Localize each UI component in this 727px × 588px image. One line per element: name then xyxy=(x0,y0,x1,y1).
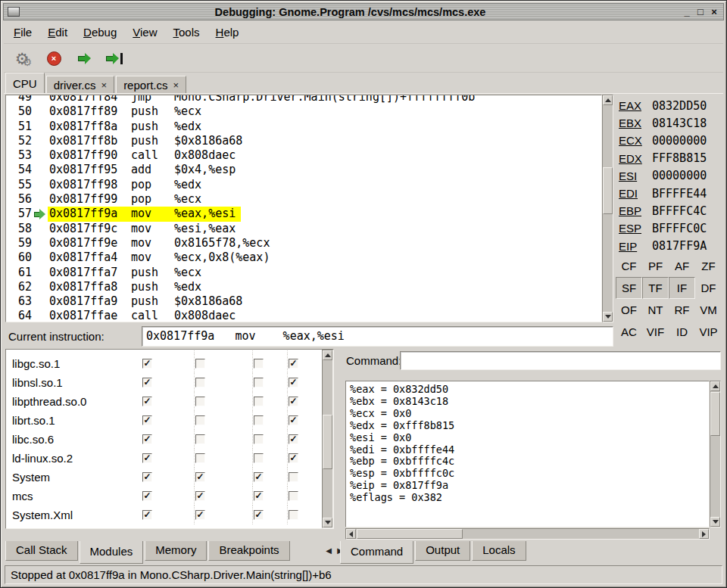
module-checkbox[interactable]: ✓ xyxy=(142,472,152,482)
module-checkbox[interactable]: ✓ xyxy=(289,397,298,406)
disassembly-line[interactable]: 510x0817ff8apush%edx xyxy=(6,120,601,134)
module-checkbox[interactable]: ✓ xyxy=(289,434,298,444)
maximize-button[interactable]: □ xyxy=(694,5,707,18)
module-row[interactable]: libnsl.so.1✓✓ xyxy=(6,373,333,392)
flag-af[interactable]: AF xyxy=(669,255,695,277)
continue-button[interactable] xyxy=(74,48,94,69)
flag-vif[interactable]: VIF xyxy=(642,321,669,343)
module-checkbox[interactable] xyxy=(195,349,205,350)
run-button[interactable]: ⚙⚙ xyxy=(14,48,33,69)
tab-scroll-left-icon[interactable]: ◀ xyxy=(324,543,333,558)
tab-locals[interactable]: Locals xyxy=(472,541,526,561)
module-row[interactable]: librt.so.1✓✓ xyxy=(6,411,333,430)
module-row[interactable]: libc.so.6✓✓ xyxy=(6,430,333,449)
tab-command[interactable]: Command xyxy=(340,541,413,564)
tab-call-stack[interactable]: Call Stack xyxy=(5,541,78,561)
module-checkbox[interactable]: ✓ xyxy=(289,349,298,350)
module-checkbox[interactable] xyxy=(195,378,205,387)
module-checkbox[interactable] xyxy=(254,415,264,425)
disassembly-scrollbar[interactable] xyxy=(602,95,613,322)
tab-memory[interactable]: Memory xyxy=(145,541,207,561)
module-row[interactable]: libm.so.6✓✓ xyxy=(6,349,333,354)
tab-output[interactable]: Output xyxy=(415,541,470,561)
module-checkbox[interactable] xyxy=(195,453,205,463)
module-checkbox[interactable]: ✓ xyxy=(142,359,152,369)
window-menu-icon[interactable] xyxy=(8,7,20,17)
disassembly-line[interactable]: 530x0817ff90call0x808daec xyxy=(6,148,601,163)
disassembly-line[interactable]: 500x0817ff89push%ecx xyxy=(6,104,601,119)
disassembly-line[interactable]: 550x0817ff98pop%edx xyxy=(6,178,601,192)
module-row[interactable]: libgc.so.1✓✓ xyxy=(6,354,333,373)
disassembly-line[interactable]: 520x0817ff8bpush$0x8186a68 xyxy=(6,134,601,148)
disassembly-line[interactable]: 490x0817ff84jmpMono.CSharp.Driver.Main(s… xyxy=(6,95,601,104)
scroll-up-icon[interactable] xyxy=(710,381,720,391)
menu-file[interactable]: File xyxy=(14,26,32,39)
menu-debug[interactable]: Debug xyxy=(83,26,117,39)
scroll-up-icon[interactable] xyxy=(323,350,332,360)
close-button[interactable]: × xyxy=(708,5,720,18)
module-checkbox[interactable]: ✓ xyxy=(289,453,298,463)
flag-nt[interactable]: NT xyxy=(642,299,669,321)
module-row[interactable]: ld-linux.so.2✓✓ xyxy=(6,449,333,468)
disassembly-line[interactable]: 600x0817ffa4mov%ecx,0x8(%eax) xyxy=(6,250,601,265)
command-output-vscrollbar[interactable] xyxy=(710,381,721,527)
scroll-up-icon[interactable] xyxy=(603,95,613,105)
command-input[interactable] xyxy=(400,351,721,370)
module-checkbox[interactable] xyxy=(289,491,298,501)
menu-edit[interactable]: Edit xyxy=(48,26,67,39)
flag-vip[interactable]: VIP xyxy=(695,321,722,343)
disassembly-line[interactable]: 640x0817ffaecall0x808daec xyxy=(6,309,601,322)
command-output-view[interactable]: %eax = 0x832dd50 %ebx = 0x8143c18 %ecx =… xyxy=(345,381,710,527)
flag-df[interactable]: DF xyxy=(695,277,722,299)
module-checkbox[interactable]: ✓ xyxy=(195,472,205,482)
flag-ac[interactable]: AC xyxy=(616,321,642,343)
flag-tf[interactable]: TF xyxy=(642,277,669,299)
flag-of[interactable]: OF xyxy=(616,299,642,321)
module-checkbox[interactable]: ✓ xyxy=(195,510,205,520)
disassembly-line[interactable]: 620x0817ffa8push%edx xyxy=(6,280,601,294)
module-checkbox[interactable] xyxy=(195,434,205,444)
module-checkbox[interactable] xyxy=(289,510,298,520)
scrollbar-thumb[interactable] xyxy=(323,415,332,469)
module-checkbox[interactable] xyxy=(254,453,264,463)
module-checkbox[interactable] xyxy=(254,378,264,387)
scrollbar-thumb[interactable] xyxy=(357,529,463,539)
module-checkbox[interactable]: ✓ xyxy=(254,491,264,501)
module-checkbox[interactable] xyxy=(254,434,264,444)
module-checkbox[interactable]: ✓ xyxy=(142,349,152,350)
menu-view[interactable]: View xyxy=(133,26,157,39)
module-row[interactable]: System✓✓✓ xyxy=(6,468,333,487)
scroll-down-icon[interactable] xyxy=(710,517,720,527)
tab-cpu[interactable]: CPU xyxy=(5,73,45,93)
module-checkbox[interactable]: ✓ xyxy=(142,378,152,387)
titlebar[interactable]: Debugging: Gnome.Program /cvs/mcs/mcs/mc… xyxy=(3,3,724,20)
flag-id[interactable]: ID xyxy=(669,321,695,343)
flag-if[interactable]: IF xyxy=(669,277,695,299)
command-output-hscrollbar[interactable] xyxy=(345,528,710,540)
flag-sf[interactable]: SF xyxy=(616,277,642,299)
scroll-left-icon[interactable] xyxy=(346,529,356,539)
disassembly-line[interactable]: 610x0817ffa7push%ecx xyxy=(6,266,601,280)
scroll-down-icon[interactable] xyxy=(323,518,332,527)
tab-driver-cs[interactable]: driver.cs× xyxy=(46,76,114,93)
tab-modules[interactable]: Modules xyxy=(80,541,144,564)
scroll-down-icon[interactable] xyxy=(603,312,613,322)
module-checkbox[interactable]: ✓ xyxy=(254,472,264,482)
modules-scrollbar[interactable] xyxy=(322,350,333,528)
module-checkbox[interactable] xyxy=(254,359,264,369)
tab-report-cs[interactable]: report.cs× xyxy=(116,76,186,93)
scroll-right-icon[interactable] xyxy=(699,529,709,539)
module-checkbox[interactable]: ✓ xyxy=(195,491,205,501)
stop-button[interactable]: × xyxy=(44,48,64,69)
module-checkbox[interactable]: ✓ xyxy=(289,378,298,387)
disassembly-view[interactable]: 490x0817ff84jmpMono.CSharp.Driver.Main(s… xyxy=(5,95,602,322)
module-checkbox[interactable] xyxy=(195,359,205,369)
module-row[interactable]: libpthread.so.0✓✓ xyxy=(6,392,333,411)
module-checkbox[interactable]: ✓ xyxy=(142,415,152,425)
tab-close-icon[interactable]: × xyxy=(173,77,179,93)
module-row[interactable]: mcs✓✓✓ xyxy=(6,487,333,506)
disassembly-line[interactable]: 560x0817ff99pop%ecx xyxy=(6,192,601,207)
module-checkbox[interactable] xyxy=(195,415,205,425)
disassembly-line[interactable]: 570x0817ff9amov%eax,%esi xyxy=(6,207,601,221)
flag-rf[interactable]: RF xyxy=(669,299,695,321)
